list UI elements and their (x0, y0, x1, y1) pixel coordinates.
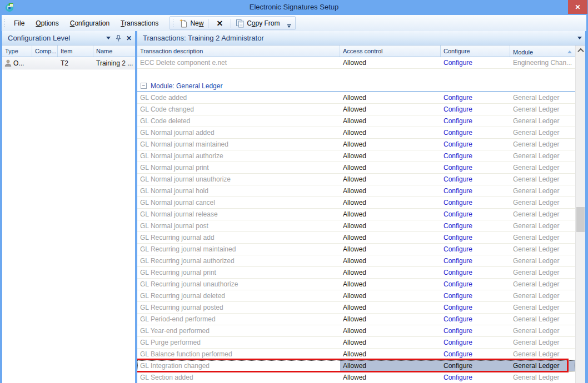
configure-link[interactable]: Configure (441, 232, 510, 243)
configure-link[interactable]: Configure (441, 57, 510, 68)
menu-bar: FileOptionsConfigurationTransactions New… (2, 15, 586, 31)
configure-link[interactable]: Configure (441, 185, 510, 196)
configure-link[interactable]: Configure (441, 372, 510, 383)
panel-dropdown-button[interactable] (106, 37, 111, 39)
transaction-row[interactable]: GL Normal journal printAllowedConfigureG… (137, 162, 575, 174)
title-bar[interactable]: Electronic Signatures Setup ✕ (0, 0, 588, 15)
configure-link[interactable]: Configure (441, 115, 510, 127)
configure-link[interactable]: Configure (441, 337, 510, 348)
configuration-row[interactable]: O...T2Training 2 ... (2, 57, 135, 69)
configuration-level-header[interactable]: Configuration Level ✕ (2, 31, 135, 46)
transaction-row[interactable]: ECC Delete component e.netAllowedConfigu… (137, 57, 575, 69)
config-column-header-1[interactable]: Comp... (32, 46, 58, 57)
new-button[interactable]: New (177, 18, 206, 29)
module-value: General Ledger (510, 162, 575, 173)
menu-file[interactable]: File (8, 17, 30, 29)
configure-link[interactable]: Configure (441, 302, 510, 313)
panel-pin-button[interactable] (116, 35, 121, 42)
transactions-header[interactable]: Transactions: Training 2 Administrator (137, 31, 585, 46)
transaction-row[interactable]: GL Code changedAllowedConfigureGeneral L… (137, 104, 575, 115)
transaction-row[interactable]: GL Period-end performedAllowedConfigureG… (137, 314, 575, 325)
access-control-value: Allowed (340, 220, 441, 231)
menu-configuration[interactable]: Configuration (64, 17, 115, 29)
configure-link[interactable]: Configure (441, 127, 510, 138)
transactions-dropdown-button[interactable] (577, 37, 582, 39)
group-header-row[interactable]: −Module: General Ledger (137, 80, 575, 92)
transactions-body: Transaction descriptionAccess controlCon… (137, 46, 585, 383)
transaction-row[interactable]: GL Normal journal holdAllowedConfigureGe… (137, 185, 575, 197)
configure-link[interactable]: Configure (441, 220, 510, 231)
transactions-column-header-0[interactable]: Transaction description (137, 46, 340, 57)
menu-grip-handle[interactable] (4, 19, 6, 28)
transaction-row[interactable]: GL Balance function performedAllowedConf… (137, 349, 575, 360)
scrollbar-thumb[interactable] (576, 207, 585, 232)
access-control-value: Allowed (340, 150, 441, 162)
configure-link[interactable]: Configure (441, 349, 510, 360)
vertical-scrollbar[interactable] (575, 46, 585, 383)
transaction-row[interactable]: GL Purge performedAllowedConfigureGenera… (137, 337, 575, 349)
transaction-row[interactable]: GL Integration changedAllowedConfigureGe… (137, 360, 575, 372)
collapse-icon[interactable]: − (141, 83, 147, 89)
configure-link[interactable]: Configure (441, 174, 510, 185)
configure-link[interactable]: Configure (441, 162, 510, 173)
group-spacer-row (137, 69, 575, 80)
transaction-row[interactable]: GL Recurring journal postedAllowedConfig… (137, 302, 575, 314)
transaction-description: GL Code changed (137, 104, 340, 115)
transaction-row[interactable]: GL Recurring journal unauthorizeAllowedC… (137, 279, 575, 290)
toolbar-overflow-button[interactable] (285, 17, 293, 29)
close-icon: ✕ (575, 3, 580, 11)
configure-link[interactable]: Configure (441, 197, 510, 208)
transaction-row[interactable]: GL Section addedAllowedConfigureGeneral … (137, 372, 575, 383)
transaction-row[interactable]: GL Code deletedAllowedConfigureGeneral L… (137, 115, 575, 127)
menu-transactions[interactable]: Transactions (115, 17, 164, 29)
config-name-cell: Training 2 ... (93, 59, 135, 67)
configure-link[interactable]: Configure (441, 244, 510, 255)
transaction-row[interactable]: GL Normal journal postAllowedConfigureGe… (137, 220, 575, 232)
transaction-row[interactable]: GL Recurring journal deletedAllowedConfi… (137, 290, 575, 302)
transaction-row[interactable]: GL Recurring journal printAllowedConfigu… (137, 267, 575, 279)
transactions-column-header-1[interactable]: Access control (340, 46, 441, 57)
close-button[interactable]: ✕ (568, 0, 587, 14)
configure-link[interactable]: Configure (441, 267, 510, 278)
configure-link[interactable]: Configure (441, 139, 510, 150)
delete-button[interactable]: ✕ (210, 18, 229, 29)
configure-link[interactable]: Configure (441, 209, 510, 220)
electronic-signatures-window: Electronic Signatures Setup ✕ FileOption… (0, 0, 588, 383)
transactions-column-header-2[interactable]: Configure (441, 46, 510, 57)
transaction-row[interactable]: GL Normal journal unauthorizeAllowedConf… (137, 174, 575, 185)
transaction-row[interactable]: GL Recurring journal maintainedAllowedCo… (137, 244, 575, 255)
configure-link[interactable]: Configure (441, 150, 510, 162)
transaction-description: GL Year-end performed (137, 325, 340, 336)
scroll-up-button[interactable] (576, 46, 585, 56)
transaction-row[interactable]: GL Normal journal addedAllowedConfigureG… (137, 127, 575, 139)
config-column-header-2[interactable]: Item (58, 46, 93, 57)
transaction-row[interactable]: GL Year-end performedAllowedConfigureGen… (137, 325, 575, 337)
configure-link[interactable]: Configure (441, 325, 510, 336)
configure-link[interactable]: Configure (441, 255, 510, 266)
transaction-row[interactable]: GL Recurring journal addAllowedConfigure… (137, 232, 575, 244)
transaction-description: GL Recurring journal add (137, 232, 340, 243)
transaction-row[interactable]: GL Recurring journal authorizedAllowedCo… (137, 255, 575, 267)
configure-link[interactable]: Configure (441, 360, 510, 371)
sort-ascending-icon (567, 51, 572, 53)
transaction-row[interactable]: GL Normal journal authorizeAllowedConfig… (137, 150, 575, 162)
configure-link[interactable]: Configure (441, 290, 510, 301)
chevron-up-icon (577, 48, 584, 54)
copy-from-button[interactable]: Copy From (233, 18, 282, 29)
configure-link[interactable]: Configure (441, 104, 510, 115)
module-value: General Ledger (510, 209, 575, 220)
transactions-column-header-3[interactable]: Module (510, 46, 575, 57)
configure-link[interactable]: Configure (441, 279, 510, 290)
module-value: General Ledger (510, 197, 575, 208)
configure-link[interactable]: Configure (441, 314, 510, 325)
transaction-row[interactable]: GL Normal journal releaseAllowedConfigur… (137, 209, 575, 220)
config-column-header-0[interactable]: Type (2, 46, 32, 57)
menu-options[interactable]: Options (30, 17, 64, 29)
transaction-row[interactable]: GL Normal journal maintainedAllowedConfi… (137, 139, 575, 150)
transaction-row[interactable]: GL Code addedAllowedConfigureGeneral Led… (137, 92, 575, 104)
config-column-header-3[interactable]: Name (93, 46, 135, 57)
configure-link[interactable]: Configure (441, 92, 510, 103)
transaction-row[interactable]: GL Normal journal cancelAllowedConfigure… (137, 197, 575, 209)
panel-close-button[interactable]: ✕ (126, 34, 132, 42)
toolbar-grip-handle[interactable] (172, 19, 174, 28)
